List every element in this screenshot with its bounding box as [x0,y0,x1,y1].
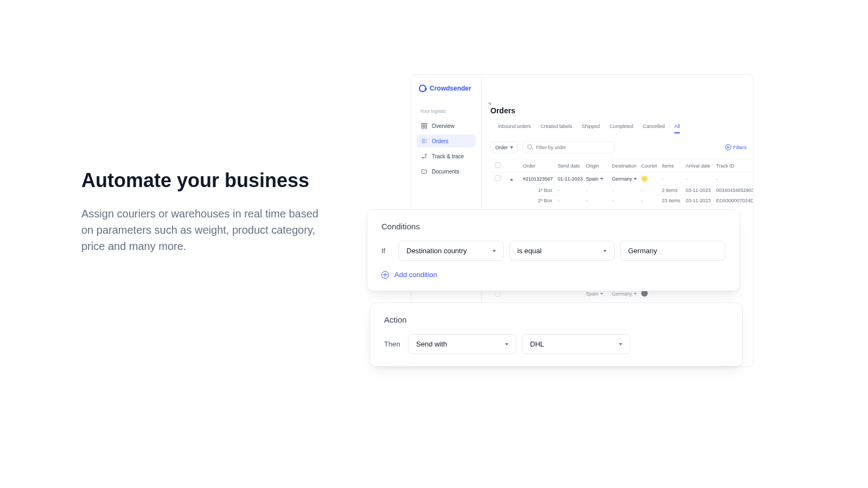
add-condition-label: Add condition [394,271,437,279]
cell-origin-select[interactable]: Spain [586,176,610,182]
col-track: Track ID [716,163,754,169]
action-value-select[interactable]: DHL [522,334,630,354]
action-field-value: Send with [416,340,447,348]
action-row: Then Send with DHL [384,334,728,354]
chevron-down-icon [634,178,637,180]
col-order: Order [523,163,556,169]
chevron-down-icon [505,343,508,345]
brand-name: Crowdsender [430,85,471,92]
conditions-title: Conditions [381,222,725,231]
action-card: Action Then Send with DHL [369,303,743,367]
grid-icon [421,123,427,129]
tab-cancelled[interactable]: Cancelled [643,123,665,133]
sidebar-item-label: Overview [432,123,455,129]
condition-operator-select[interactable]: is equal [509,241,615,261]
hero-title: Automate your business [81,168,326,192]
order-type-select-label: Order [495,145,508,150]
table-row[interactable]: #2101323567 01-11-2023 Spain Germany — -… [490,172,753,185]
chevron-down-icon [619,343,622,345]
sidebar-item-documents[interactable]: Documents [417,165,476,178]
if-label: If [381,247,393,255]
cell-items: - [662,176,684,182]
chevron-down-icon [634,293,637,295]
tab-inbound-orders[interactable]: Inbound orders [498,123,531,133]
route-icon [421,153,427,159]
add-condition-button[interactable]: Add condition [381,271,725,279]
condition-operator-value: is equal [518,247,542,255]
plus-circle-icon [725,144,731,150]
checkbox-all[interactable] [495,162,501,168]
cell-arrival: - [686,176,714,182]
subrow-arrival: 03-11-2023 [686,198,714,203]
tab-all[interactable]: All [674,123,680,133]
condition-value-input[interactable]: Germany [620,241,725,261]
cell-send-date: 01-11-2023 [558,176,584,182]
tab-created-labels[interactable]: Created labels [541,123,572,133]
col-items: Items [662,163,684,169]
order-type-select[interactable]: Order [490,142,518,153]
then-label: Then [384,340,403,348]
chevron-down-icon [493,250,496,252]
chevron-down-icon [510,146,513,149]
col-origin: Origin [586,163,610,169]
cell-track: - [716,176,754,182]
subrow-box: 1º Box [523,188,556,193]
filter-input-wrap[interactable] [522,141,615,153]
subrow-arrival: 03-11-2023 [686,188,714,193]
cell-destination-select[interactable]: Germany [612,176,639,182]
sidebar-item-label: Track & trace [432,153,464,159]
action-value-text: DHL [530,340,544,348]
expand-toggle-icon[interactable] [510,178,513,181]
subrow-items: 23 items [662,198,684,203]
subrow-track: EO9300007024DE [716,198,754,203]
tabs: Inbound orders Created labels Shipped Co… [490,123,753,133]
col-destination: Destination [612,163,639,169]
chevron-down-icon [600,293,603,295]
brand-logo-icon [419,85,426,92]
sidebar-item-track[interactable]: Track & trace [417,150,476,163]
row-checkbox[interactable] [495,175,501,181]
row-checkbox[interactable] [495,291,501,297]
svg-rect-1 [425,124,427,126]
svg-rect-3 [425,126,427,129]
tab-completed[interactable]: Completed [610,123,634,133]
condition-field-select[interactable]: Destination country [398,241,503,261]
subrow-items: 2 items [662,188,684,193]
col-arrival: Arrival date [686,163,714,169]
subrow-box: 2º Box [523,198,556,203]
filters-button[interactable]: Filters [725,144,754,150]
condition-value-text: Germany [628,247,657,255]
table-header: Order Send date Origin Destination Couri… [490,159,753,172]
table-subrow: 1º Box ---- 2 items 03-11-2023 003404346… [490,185,753,196]
svg-rect-0 [422,124,424,126]
col-send-date: Send date [558,163,584,169]
hero-block: Automate your business Assign couriers o… [81,168,326,254]
orders-icon [421,138,427,144]
chevron-down-icon [603,250,607,252]
sidebar-item-orders[interactable]: Orders [417,134,476,147]
brand[interactable]: Crowdsender [417,85,476,103]
cell-destination-select[interactable]: Germany [612,291,639,297]
chevron-down-icon [600,178,603,180]
sidebar-item-overview[interactable]: Overview [417,119,476,132]
conditions-card: Conditions If Destination country is equ… [367,209,740,291]
cell-order: #2101323567 [523,176,556,182]
svg-point-5 [425,154,426,155]
hero-subtitle: Assign couriers or warehouses in real ti… [81,206,326,254]
search-icon [527,144,533,150]
page-title: Orders [490,106,753,115]
folder-icon [421,168,427,175]
condition-row: If Destination country is equal Germany [381,241,725,261]
filters-button-label: Filters [733,145,747,150]
table-subrow: 2º Box ---- 23 items 03-11-2023 EO930000… [490,196,753,206]
action-title: Action [384,315,728,324]
filter-input[interactable] [536,145,610,150]
courier-badge-icon: — [641,176,648,182]
sidebar-section-label: Your logistic [417,105,476,117]
sidebar-item-label: Orders [432,138,449,144]
cell-origin-select[interactable]: Spain [586,291,610,297]
sidebar-item-label: Documents [432,169,459,175]
col-courier: Courier [641,163,660,169]
action-field-select[interactable]: Send with [408,334,516,354]
tab-shipped[interactable]: Shipped [582,123,600,133]
